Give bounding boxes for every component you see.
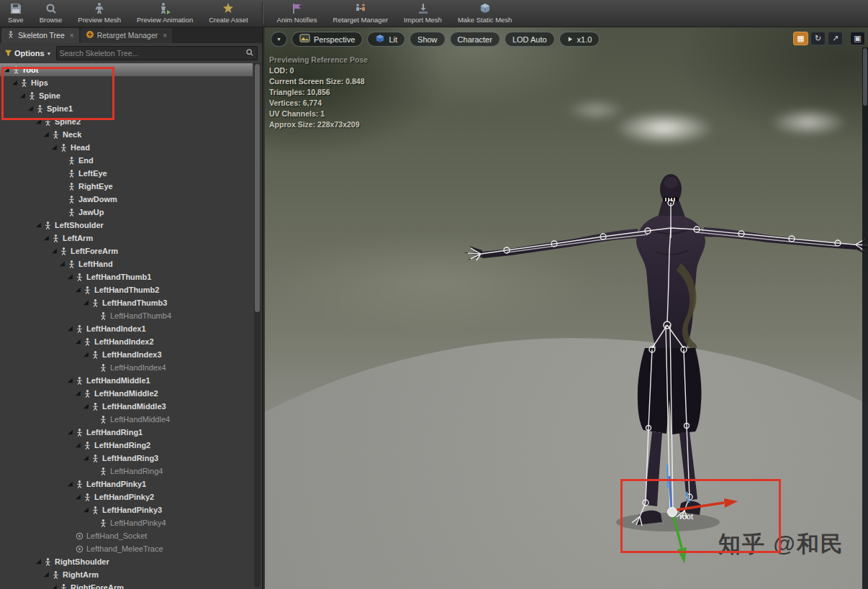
bone-row-LeftHandIndex2[interactable]: ◢LeftHandIndex2 xyxy=(0,335,253,348)
bone-row-Head[interactable]: ◢Head xyxy=(0,141,253,154)
expander-arrow-icon[interactable]: ◢ xyxy=(50,585,58,589)
expander-arrow-icon[interactable]: ◢ xyxy=(50,248,58,254)
bone-row-Neck[interactable]: ◢Neck xyxy=(0,128,253,141)
bone-row-End[interactable]: End xyxy=(0,154,253,167)
create-asset-button[interactable]: Create Asset xyxy=(201,1,256,24)
expander-arrow-icon[interactable]: ◢ xyxy=(42,572,50,577)
bone-row-LeftHandThumb2[interactable]: ◢LeftHandThumb2 xyxy=(0,283,253,296)
stat-line: Approx Size: 228x73x209 xyxy=(269,119,368,130)
expander-arrow-icon[interactable]: ◢ xyxy=(66,274,74,280)
tree-scrollbar[interactable] xyxy=(254,63,261,588)
viewport-layout-icon[interactable]: ▣ xyxy=(850,32,865,45)
viewport[interactable]: root ▼PerspectiveLitShowCharacterLOD Aut… xyxy=(265,27,868,589)
character-button[interactable]: Character xyxy=(450,32,500,47)
bone-row-LeftHandPinky3[interactable]: ◢LeftHandPinky3 xyxy=(0,503,253,516)
lod-auto-button[interactable]: LOD Auto xyxy=(505,32,555,47)
expander-arrow-icon[interactable]: ◢ xyxy=(82,455,90,461)
bone-row-LeftHandPinky4[interactable]: LeftHandPinky4 xyxy=(0,516,253,529)
perspective-button[interactable]: Perspective xyxy=(291,32,363,47)
expander-arrow-icon[interactable]: ◢ xyxy=(82,352,90,357)
expander-arrow-icon[interactable]: ◢ xyxy=(74,339,82,344)
bone-row-LeftHand_Socket[interactable]: LeftHand_Socket xyxy=(0,529,253,542)
preview-mesh-button[interactable]: Preview Mesh xyxy=(70,1,129,24)
expander-arrow-icon[interactable]: ◢ xyxy=(82,507,90,513)
bone-row-LeftShoulder[interactable]: ◢LeftShoulder xyxy=(0,219,253,232)
options-button[interactable]: Options ▼ xyxy=(4,49,52,58)
expander-arrow-icon[interactable]: ◢ xyxy=(66,481,74,487)
bone-row-LeftHandPinky2[interactable]: ◢LeftHandPinky2 xyxy=(0,490,253,503)
expander-arrow-icon[interactable]: ◢ xyxy=(42,132,50,137)
stat-line: UV Channels: 1 xyxy=(269,109,368,119)
tab-skeleton-tree[interactable]: Skeleton Tree× xyxy=(1,28,79,43)
bone-row-LeftHandRing1[interactable]: ◢LeftHandRing1 xyxy=(0,426,253,439)
import-mesh-button[interactable]: Import Mesh xyxy=(396,1,450,24)
bone-row-Lefthand_MeleeTrace[interactable]: Lefthand_MeleeTrace xyxy=(0,542,253,555)
lit-button[interactable]: Lit xyxy=(367,32,405,47)
bone-row-LeftHandIndex1[interactable]: ◢LeftHandIndex1 xyxy=(0,322,253,335)
bone-label: RightArm xyxy=(63,570,99,579)
tree-scrollbar-thumb[interactable] xyxy=(255,64,260,312)
bone-row-LeftArm[interactable]: ◢LeftArm xyxy=(0,232,253,245)
rotation-snap-icon[interactable]: ↻ xyxy=(810,32,826,45)
bone-row-LeftHandMiddle1[interactable]: ◢LeftHandMiddle1 xyxy=(0,374,253,387)
show-button[interactable]: Show xyxy=(410,32,446,47)
search-input[interactable] xyxy=(60,49,243,58)
expander-arrow-icon[interactable]: ◢ xyxy=(58,261,66,267)
bone-row-LeftHand[interactable]: ◢LeftHand xyxy=(0,257,253,270)
expander-arrow-icon[interactable]: ◢ xyxy=(82,403,90,409)
expander-arrow-icon[interactable]: ◢ xyxy=(74,391,82,396)
bone-row-RightEye[interactable]: RightEye xyxy=(0,180,253,193)
retarget-manager-button[interactable]: Retarget Manager xyxy=(325,1,397,24)
bone-row-JawDowm[interactable]: JawDowm xyxy=(0,193,253,206)
bone-row-LeftHandMiddle4[interactable]: LeftHandMiddle4 xyxy=(0,413,253,426)
bone-row-LeftHandThumb3[interactable]: ◢LeftHandThumb3 xyxy=(0,296,253,309)
expander-arrow-icon[interactable]: ◢ xyxy=(42,235,50,241)
bone-label: LeftHand xyxy=(78,260,113,268)
bone-icon xyxy=(82,389,93,398)
bone-row-LeftHandIndex4[interactable]: LeftHandIndex4 xyxy=(0,361,253,374)
bone-row-RightArm[interactable]: ◢RightArm xyxy=(0,568,253,581)
bone-row-LeftHandRing3[interactable]: ◢LeftHandRing3 xyxy=(0,452,253,465)
expander-arrow-icon[interactable]: ◢ xyxy=(74,287,82,293)
expander-arrow-icon[interactable]: ◢ xyxy=(82,300,90,306)
expander-arrow-icon[interactable]: ◢ xyxy=(35,559,42,565)
tab-retarget-manager[interactable]: Retarget Manager× xyxy=(81,28,172,43)
anim-notifies-button[interactable]: Anim Notifies xyxy=(269,1,325,24)
viewport-scrollbar[interactable] xyxy=(862,47,868,589)
viewport-scrollbar-thumb[interactable] xyxy=(863,48,867,106)
toolbar-button-label: Preview Animation xyxy=(137,16,193,24)
grid-snap-icon[interactable]: ▦ xyxy=(793,32,808,45)
preview-animation-button[interactable]: Preview Animation xyxy=(129,1,201,24)
bone-row-LeftEye[interactable]: LeftEye xyxy=(0,167,253,180)
close-icon[interactable]: × xyxy=(163,32,167,40)
bone-icon xyxy=(74,376,85,385)
bone-label: RightForeArm xyxy=(71,583,124,589)
browse-button[interactable]: Browse xyxy=(32,1,71,24)
expander-arrow-icon[interactable]: ◢ xyxy=(66,429,74,435)
bone-row-LeftHandPinky1[interactable]: ◢LeftHandPinky1 xyxy=(0,478,253,490)
bone-row-LeftHandThumb4[interactable]: LeftHandThumb4 xyxy=(0,309,253,322)
expander-arrow-icon[interactable]: ◢ xyxy=(35,222,42,228)
save-button[interactable]: Save xyxy=(0,1,32,24)
expander-arrow-icon[interactable]: ◢ xyxy=(66,378,74,383)
bone-row-LeftHandMiddle2[interactable]: ◢LeftHandMiddle2 xyxy=(0,387,253,400)
expand-viewport-icon[interactable]: ↗ xyxy=(828,32,843,45)
bone-row-LeftHandThumb1[interactable]: ◢LeftHandThumb1 xyxy=(0,270,253,283)
viewport-options-dropdown[interactable]: ▼ xyxy=(271,32,287,47)
expander-arrow-icon[interactable]: ◢ xyxy=(50,145,58,150)
expander-arrow-icon[interactable]: ◢ xyxy=(74,442,82,448)
expander-arrow-icon[interactable]: ◢ xyxy=(74,494,82,500)
make-static-mesh-button[interactable]: Make Static Mesh xyxy=(450,1,520,24)
x1-0-button[interactable]: x1.0 xyxy=(559,32,600,47)
bone-row-LeftHandRing4[interactable]: LeftHandRing4 xyxy=(0,465,253,478)
expander-arrow-icon[interactable]: ◢ xyxy=(66,326,74,332)
bone-row-LeftForeArm[interactable]: ◢LeftForeArm xyxy=(0,245,253,257)
bone-row-LeftHandMiddle3[interactable]: ◢LeftHandMiddle3 xyxy=(0,400,253,413)
bone-row-RightShoulder[interactable]: ◢RightShoulder xyxy=(0,555,253,568)
bone-row-RightForeArm[interactable]: ◢RightForeArm xyxy=(0,581,253,589)
bone-row-JawUp[interactable]: JawUp xyxy=(0,206,253,219)
close-icon[interactable]: × xyxy=(70,32,74,40)
bone-row-LeftHandRing2[interactable]: ◢LeftHandRing2 xyxy=(0,439,253,452)
character-mesh[interactable] xyxy=(464,174,868,531)
bone-row-LeftHandIndex3[interactable]: ◢LeftHandIndex3 xyxy=(0,348,253,361)
